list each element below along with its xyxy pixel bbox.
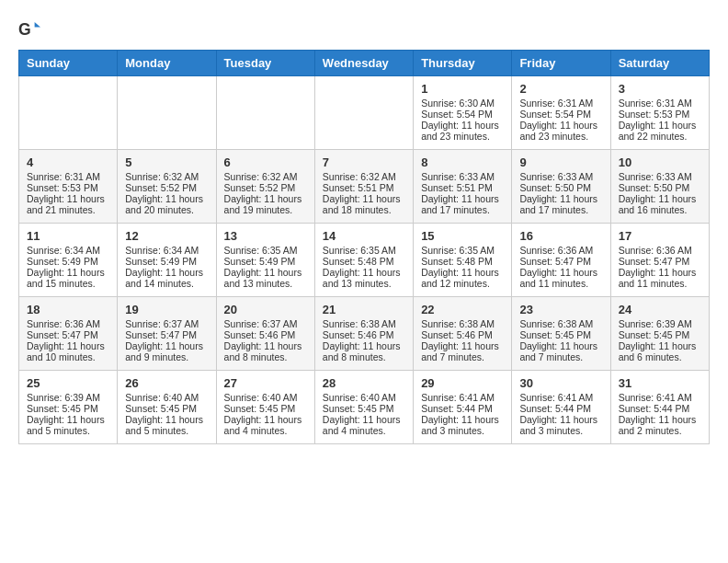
calendar-cell: 20Sunrise: 6:37 AMSunset: 5:46 PMDayligh… [216,297,314,371]
cell-content-line: Sunrise: 6:36 AM [619,245,701,256]
calendar-cell: 31Sunrise: 6:41 AMSunset: 5:44 PMDayligh… [610,371,709,444]
cell-content-line: Sunset: 5:49 PM [224,256,307,267]
cell-content-line: Daylight: 11 hours and 8 minutes. [323,340,405,362]
day-of-week-header: Thursday [414,51,512,76]
general-blue-icon: G [18,18,40,40]
cell-content-line: Sunrise: 6:41 AM [421,392,504,403]
cell-content-line: Sunset: 5:44 PM [519,403,602,414]
cell-content-line: Sunrise: 6:33 AM [619,171,701,182]
cell-content-line: Sunset: 5:46 PM [323,329,405,340]
cell-content-line: Sunrise: 6:39 AM [27,392,109,403]
calendar-cell: 16Sunrise: 6:36 AMSunset: 5:47 PMDayligh… [512,224,610,297]
cell-content-line: Sunset: 5:54 PM [519,109,602,120]
cell-content-line: Sunset: 5:53 PM [619,109,701,120]
cell-content-line: Daylight: 11 hours and 16 minutes. [619,193,701,215]
calendar-week-row: 1Sunrise: 6:30 AMSunset: 5:54 PMDaylight… [19,76,710,150]
day-number: 22 [421,303,504,316]
cell-content-line: Sunrise: 6:33 AM [519,171,602,182]
calendar-cell: 12Sunrise: 6:34 AMSunset: 5:49 PMDayligh… [118,224,216,297]
cell-content-line: Sunrise: 6:31 AM [519,98,602,109]
cell-content-line: Sunrise: 6:36 AM [519,245,602,256]
cell-content-line: Daylight: 11 hours and 12 minutes. [421,267,504,289]
cell-content-line: Sunrise: 6:37 AM [224,318,307,329]
cell-content-line: Sunset: 5:54 PM [421,109,504,120]
cell-content-line: Sunrise: 6:31 AM [619,98,701,109]
calendar-cell: 29Sunrise: 6:41 AMSunset: 5:44 PMDayligh… [414,371,512,444]
day-number: 11 [27,229,109,243]
cell-content-line: Sunrise: 6:35 AM [224,245,307,256]
calendar-week-row: 25Sunrise: 6:39 AMSunset: 5:45 PMDayligh… [19,371,710,444]
day-of-week-header: Wednesday [314,51,413,76]
day-number: 13 [224,229,307,243]
calendar-cell: 27Sunrise: 6:40 AMSunset: 5:45 PMDayligh… [216,371,314,444]
day-number: 16 [519,229,602,243]
cell-content-line: Sunset: 5:44 PM [421,403,504,414]
cell-content-line: Daylight: 11 hours and 11 minutes. [519,267,602,289]
day-number: 25 [27,376,109,390]
cell-content-line: Sunrise: 6:38 AM [519,318,602,329]
cell-content-line: Sunset: 5:52 PM [224,182,307,193]
cell-content-line: Daylight: 11 hours and 13 minutes. [224,267,307,289]
day-number: 3 [619,82,701,96]
cell-content-line: Sunrise: 6:33 AM [421,171,504,182]
cell-content-line: Daylight: 11 hours and 5 minutes. [125,414,208,436]
day-of-week-header: Saturday [610,51,709,76]
cell-content-line: Sunrise: 6:41 AM [519,392,602,403]
cell-content-line: Sunset: 5:48 PM [421,256,504,267]
day-number: 6 [224,155,307,169]
calendar-cell [314,76,413,150]
cell-content-line: Sunrise: 6:40 AM [224,392,307,403]
day-of-week-header: Tuesday [216,51,314,76]
day-number: 8 [421,155,504,169]
cell-content-line: Sunset: 5:46 PM [224,329,307,340]
cell-content-line: Daylight: 11 hours and 4 minutes. [323,414,405,436]
cell-content-line: Daylight: 11 hours and 7 minutes. [421,340,504,362]
cell-content-line: Sunrise: 6:39 AM [619,318,701,329]
cell-content-line: Sunrise: 6:40 AM [125,392,208,403]
calendar-week-row: 18Sunrise: 6:36 AMSunset: 5:47 PMDayligh… [19,297,710,371]
cell-content-line: Daylight: 11 hours and 18 minutes. [323,193,405,215]
cell-content-line: Sunset: 5:48 PM [323,256,405,267]
cell-content-line: Sunrise: 6:34 AM [125,245,208,256]
cell-content-line: Daylight: 11 hours and 6 minutes. [619,340,701,362]
calendar-cell: 24Sunrise: 6:39 AMSunset: 5:45 PMDayligh… [610,297,709,371]
day-number: 10 [619,155,701,169]
cell-content-line: Sunrise: 6:41 AM [619,392,701,403]
calendar-cell: 28Sunrise: 6:40 AMSunset: 5:45 PMDayligh… [314,371,413,444]
cell-content-line: Sunset: 5:47 PM [125,329,208,340]
day-number: 2 [519,82,602,96]
cell-content-line: Sunrise: 6:32 AM [323,171,405,182]
cell-content-line: Sunset: 5:51 PM [323,182,405,193]
day-number: 28 [323,376,405,390]
calendar-cell: 15Sunrise: 6:35 AMSunset: 5:48 PMDayligh… [414,224,512,297]
cell-content-line: Sunset: 5:45 PM [519,329,602,340]
calendar-cell: 23Sunrise: 6:38 AMSunset: 5:45 PMDayligh… [512,297,610,371]
cell-content-line: Daylight: 11 hours and 21 minutes. [27,193,109,215]
day-number: 26 [125,376,208,390]
calendar-cell: 26Sunrise: 6:40 AMSunset: 5:45 PMDayligh… [118,371,216,444]
cell-content-line: Sunset: 5:45 PM [27,403,109,414]
day-number: 19 [125,303,208,316]
cell-content-line: Daylight: 11 hours and 17 minutes. [421,193,504,215]
cell-content-line: Daylight: 11 hours and 15 minutes. [27,267,109,289]
day-number: 21 [323,303,405,316]
cell-content-line: Daylight: 11 hours and 3 minutes. [519,414,602,436]
cell-content-line: Sunset: 5:47 PM [519,256,602,267]
calendar-header-row: SundayMondayTuesdayWednesdayThursdayFrid… [19,51,710,76]
cell-content-line: Daylight: 11 hours and 10 minutes. [27,340,109,362]
calendar-cell: 11Sunrise: 6:34 AMSunset: 5:49 PMDayligh… [19,224,118,297]
cell-content-line: Sunset: 5:52 PM [125,182,208,193]
calendar-week-row: 4Sunrise: 6:31 AMSunset: 5:53 PMDaylight… [19,150,710,224]
day-of-week-header: Monday [118,51,216,76]
cell-content-line: Sunrise: 6:37 AM [125,318,208,329]
calendar-cell: 13Sunrise: 6:35 AMSunset: 5:49 PMDayligh… [216,224,314,297]
cell-content-line: Daylight: 11 hours and 3 minutes. [421,414,504,436]
cell-content-line: Sunrise: 6:31 AM [27,171,109,182]
cell-content-line: Daylight: 11 hours and 20 minutes. [125,193,208,215]
day-number: 29 [421,376,504,390]
calendar-cell: 5Sunrise: 6:32 AMSunset: 5:52 PMDaylight… [118,150,216,224]
cell-content-line: Sunset: 5:45 PM [619,329,701,340]
calendar-cell: 21Sunrise: 6:38 AMSunset: 5:46 PMDayligh… [314,297,413,371]
day-number: 23 [519,303,602,316]
day-number: 5 [125,155,208,169]
